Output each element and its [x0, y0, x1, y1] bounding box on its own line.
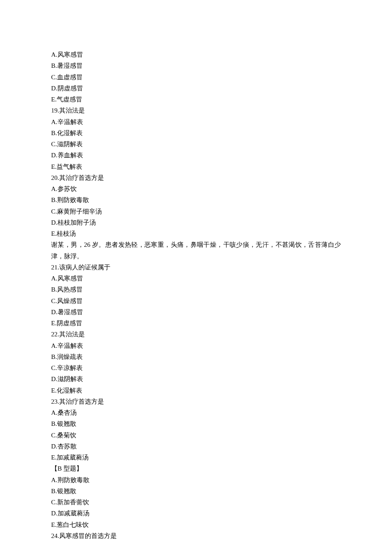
text-line: C.血虚感冒 — [51, 72, 341, 83]
question-line: 19.其治法是 — [51, 105, 341, 116]
text-line: E.气虚感冒 — [51, 94, 341, 105]
text-line: E.桂枝汤 — [51, 228, 341, 239]
text-line: C.桑菊饮 — [51, 430, 341, 441]
text-line: C.麻黄附子细辛汤 — [51, 206, 341, 217]
text-line: E.益气解表 — [51, 161, 341, 172]
text-line: B.润燥疏表 — [51, 351, 341, 362]
text-line: B.银翘散 — [51, 486, 341, 497]
text-line: D.桂枝加附子汤 — [51, 217, 341, 228]
text-line: E.加减葳蕤汤 — [51, 452, 341, 463]
text-line: E.葱白七味饮 — [51, 519, 341, 530]
case-paragraph: 谢某，男，26 岁。患者发热轻，恶寒重，头痛，鼻咽干燥，干咳少痰，无汗，不甚渴饮… — [51, 239, 341, 262]
text-line: B.银翘散 — [51, 418, 341, 429]
text-line: D.杏苏散 — [51, 441, 341, 452]
text-line: C.辛凉解表 — [51, 362, 341, 373]
text-line: C.新加香薷饮 — [51, 497, 341, 508]
text-line: C.滋阴解表 — [51, 139, 341, 150]
document-page: A.风寒感冒 B.暑湿感冒 C.血虚感冒 D.阴虚感冒 E.气虚感冒 19.其治… — [0, 0, 392, 555]
text-line: C.风燥感冒 — [51, 295, 341, 306]
question-line: 21.该病人的证候属于 — [51, 262, 341, 273]
text-line: A.荆防败毒散 — [51, 474, 341, 486]
text-line: A.辛温解表 — [51, 116, 341, 127]
question-line: 23.其治疗首选方是 — [51, 396, 341, 407]
text-line: E.阴虚感冒 — [51, 318, 341, 329]
question-line: 20.其治疗首选方是 — [51, 172, 341, 183]
text-line: D.阴虚感冒 — [51, 83, 341, 94]
question-line: 24.风寒感冒的首选方是 — [51, 530, 341, 541]
text-line: D.暑湿感冒 — [51, 306, 341, 318]
text-line: E.化湿解表 — [51, 385, 341, 396]
text-line: B.暑湿感冒 — [51, 60, 341, 71]
section-heading: 【B 型题】 — [51, 463, 341, 474]
text-line: A.风寒感冒 — [51, 49, 341, 60]
text-line: B.化湿解表 — [51, 127, 341, 139]
text-line: A.风寒感冒 — [51, 273, 341, 284]
text-line: B.风热感冒 — [51, 284, 341, 295]
text-line: D.滋阴解表 — [51, 373, 341, 384]
text-line: A.辛温解表 — [51, 340, 341, 351]
text-line: D.加减葳蕤汤 — [51, 508, 341, 519]
text-line: D.养血解表 — [51, 150, 341, 161]
question-line: 22.其治法是 — [51, 329, 341, 340]
text-line: B.荆防败毒散 — [51, 194, 341, 205]
text-line: A.桑杏汤 — [51, 407, 341, 418]
text-line: A.参苏饮 — [51, 183, 341, 194]
